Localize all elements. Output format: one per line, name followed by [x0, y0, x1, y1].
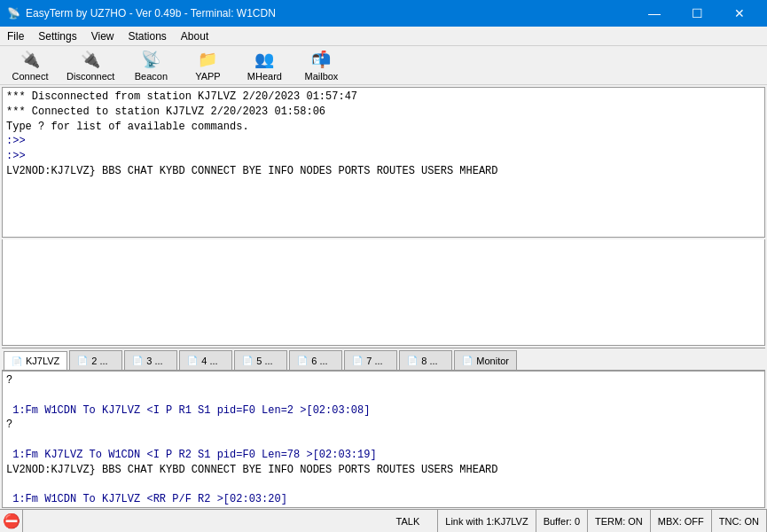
tab-icon-2: 📄: [77, 356, 88, 365]
tab-9[interactable]: 📄Monitor: [454, 350, 517, 370]
monitor-line: [6, 433, 761, 448]
monitor-line: [6, 388, 761, 403]
app-icon: 📡: [7, 7, 20, 20]
mailbox-button[interactable]: 📬Mailbox: [294, 49, 348, 82]
mailbox-icon: 📬: [311, 50, 331, 69]
yapp-icon: 📁: [198, 50, 217, 69]
terminal-line: :>>: [6, 149, 761, 164]
maximize-button[interactable]: ☐: [677, 0, 717, 27]
monitor-line: [6, 478, 761, 493]
toolbar: 🔌Connect🔌Disconnect📡Beacon📁YAPP👥MHeard📬M…: [0, 46, 767, 85]
tab-8[interactable]: 📄8 ...: [399, 350, 452, 370]
menu-item-view[interactable]: View: [84, 27, 121, 45]
monitor-line: LV2NOD:KJ7LVZ} BBS CHAT KYBD CONNECT BYE…: [6, 463, 761, 478]
tab-3[interactable]: 📄3 ...: [124, 350, 177, 370]
tab-icon-3: 📄: [132, 356, 143, 365]
monitor-line: 1:Fm W1CDN To KJ7LVZ <RR P/F R2 >[02:03:…: [6, 492, 761, 507]
tab-5[interactable]: 📄5 ...: [234, 350, 287, 370]
terminal-line: *** Connected to station KJ7LVZ 2/20/202…: [6, 105, 761, 120]
tab-icon-6: 📄: [297, 356, 308, 365]
command-input[interactable]: [6, 241, 761, 343]
minimize-button[interactable]: —: [634, 0, 675, 27]
monitor-line: 1:Fm W1CDN To KJ7LVZ <I P R1 S1 pid=F0 L…: [6, 403, 761, 419]
status-bar: ⛔ TALK Link with 1:KJ7LVZ Buffer: 0 TERM…: [0, 509, 767, 532]
tab-2[interactable]: 📄2 ...: [69, 350, 122, 370]
tab-bar: 📄KJ7LVZ📄2 ...📄3 ...📄4 ...📄5 ...📄6 ...📄7 …: [2, 348, 765, 371]
close-button[interactable]: ✕: [719, 0, 760, 27]
mheard-icon: 👥: [254, 50, 274, 69]
tab-icon-5: 📄: [242, 356, 253, 365]
terminal-line: Type ? for list of available commands.: [6, 120, 761, 135]
connect-button[interactable]: 🔌Connect: [4, 49, 57, 82]
title-bar: 📡 EasyTerm by UZ7HO - Ver 0.49b - Termin…: [0, 0, 767, 27]
menu-item-settings[interactable]: Settings: [31, 27, 83, 45]
tab-icon-8: 📄: [407, 356, 418, 365]
terminal-line: :>>: [6, 134, 761, 149]
beacon-icon: 📡: [141, 50, 160, 69]
disconnect-icon: 🔌: [81, 50, 100, 69]
mheard-button[interactable]: 👥MHeard: [238, 49, 291, 82]
main-terminal[interactable]: *** Disconnected from station KJ7LVZ 2/2…: [2, 87, 765, 238]
yapp-button[interactable]: 📁YAPP: [181, 49, 234, 82]
link-status: Link with 1:KJ7LVZ: [438, 510, 536, 532]
menu-item-stations[interactable]: Stations: [121, 27, 174, 45]
monitor-panel[interactable]: ? 1:Fm W1CDN To KJ7LVZ <I P R1 S1 pid=F0…: [2, 371, 765, 508]
talk-label: TALK: [379, 510, 439, 532]
connect-icon: 🔌: [20, 50, 40, 69]
buffer-status: Buffer: 0: [536, 510, 588, 532]
input-area[interactable]: [2, 239, 765, 346]
terminal-line: LV2NOD:KJ7LVZ} BBS CHAT KYBD CONNECT BYE…: [6, 164, 761, 179]
tab-icon-4: 📄: [187, 356, 198, 365]
term-status: TERM: ON: [588, 510, 651, 532]
stop-button[interactable]: ⛔: [0, 510, 23, 532]
window-title: EasyTerm by UZ7HO - Ver 0.49b - Terminal…: [26, 7, 276, 20]
tab-7[interactable]: 📄7 ...: [344, 350, 397, 370]
beacon-button[interactable]: 📡Beacon: [124, 49, 177, 82]
monitor-line: ?: [6, 373, 761, 388]
title-bar-left: 📡 EasyTerm by UZ7HO - Ver 0.49b - Termin…: [7, 7, 276, 20]
menu-item-about[interactable]: About: [174, 27, 215, 45]
monitor-line: 1:Fm KJ7LVZ To W1CDN <I P R2 S1 pid=F0 L…: [6, 448, 761, 463]
mbx-status: MBX: OFF: [651, 510, 712, 532]
tab-icon-1: 📄: [12, 356, 22, 366]
monitor-line: ?: [6, 418, 761, 433]
tab-6[interactable]: 📄6 ...: [289, 350, 342, 370]
terminal-line: *** Disconnected from station KJ7LVZ 2/2…: [6, 90, 761, 105]
menu-item-file[interactable]: File: [0, 27, 31, 45]
tab-icon-7: 📄: [352, 356, 363, 365]
tab-1[interactable]: 📄KJ7LVZ: [4, 351, 67, 371]
title-bar-controls: — ☐ ✕: [634, 0, 760, 27]
disconnect-button[interactable]: 🔌Disconnect: [60, 49, 121, 82]
tab-icon-9: 📄: [462, 356, 473, 365]
tab-4[interactable]: 📄4 ...: [179, 350, 232, 370]
menu-bar: FileSettingsViewStationsAbout: [0, 27, 767, 46]
tnc-status: TNC: ON: [712, 510, 767, 532]
